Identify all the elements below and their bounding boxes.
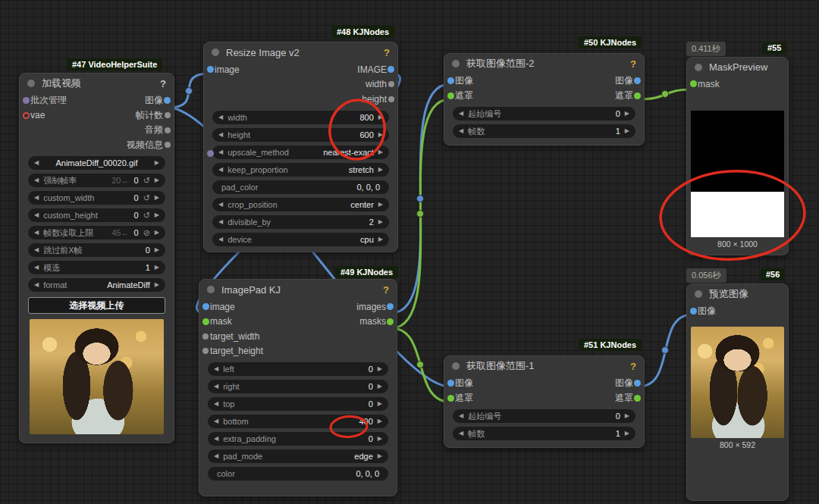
help-icon[interactable]: ? (383, 284, 389, 296)
output-slot-mask[interactable] (634, 92, 641, 99)
widget-extra-padding[interactable]: ◀ extra_padding 0 ▶ (208, 432, 388, 446)
node-graph-canvas[interactable]: #47 VideoHelperSuite #48 KJNodes #49 KJN… (0, 0, 819, 504)
node-title-bar[interactable]: ImagePad KJ ? (199, 280, 397, 299)
widget-start-index[interactable]: ◀ 起始编号 0 ▶ (453, 409, 635, 423)
decrement-arrow-icon[interactable]: ◀ (34, 247, 39, 253)
widget-pad-color[interactable]: pad_color 0, 0, 0 (212, 180, 389, 194)
output-slot-audio[interactable] (165, 127, 171, 133)
node-get-image-range-2[interactable]: 获取图像范围-2 ? 图像 图像 遮罩 遮罩 ◀ 起始编号 0 ▶ ◀ 帧数 1… (444, 53, 645, 146)
help-icon[interactable]: ? (160, 78, 166, 89)
increment-arrow-icon[interactable]: ▶ (378, 453, 382, 459)
upload-video-button[interactable]: 选择视频上传 (28, 297, 165, 314)
widget-pad-mode[interactable]: ◀ pad_mode edge ▶ (208, 449, 388, 463)
decrement-arrow-icon[interactable]: ◀ (214, 401, 218, 407)
decrement-arrow-icon[interactable]: ◀ (34, 160, 39, 166)
widget-color[interactable]: color 0, 0, 0 (208, 467, 388, 481)
decrement-arrow-icon[interactable]: ◀ (218, 149, 223, 155)
node-title-bar[interactable]: 获取图像范围-1 ? (444, 356, 644, 376)
widget-custom-width[interactable]: ◀ custom_width 0 ↺ ▶ (28, 191, 165, 205)
decrement-arrow-icon[interactable]: ◀ (214, 453, 218, 459)
decrement-arrow-icon[interactable]: ◀ (34, 177, 39, 183)
collapse-dot-icon[interactable] (212, 49, 219, 56)
input-slot-mask[interactable] (447, 92, 454, 99)
output-slot-height[interactable] (388, 96, 394, 102)
widget-divisible-by[interactable]: ◀ divisible_by 2 ▶ (212, 215, 389, 229)
decrement-arrow-icon[interactable]: ◀ (218, 114, 223, 121)
output-slot-image[interactable] (634, 77, 641, 84)
increment-arrow-icon[interactable]: ▶ (378, 418, 382, 424)
node-title-bar[interactable]: 预览图像 (687, 284, 788, 304)
widget-crop-position[interactable]: ◀ crop_position center ▶ (212, 198, 389, 211)
increment-arrow-icon[interactable]: ▶ (378, 366, 382, 372)
node-title-bar[interactable]: MaskPreview (687, 58, 788, 77)
widget-skip-first-frames[interactable]: ◀ 跳过前X帧 0 ▶ (28, 243, 165, 257)
collapse-dot-icon[interactable] (27, 80, 35, 87)
link-midpoint-dot[interactable] (417, 196, 424, 202)
widget-device[interactable]: ◀ device cpu ▶ (212, 233, 389, 246)
widget-frame-count[interactable]: ◀ 帧数 1 ▶ (453, 124, 635, 138)
output-slot-frame-count[interactable] (165, 112, 171, 118)
decrement-arrow-icon[interactable]: ◀ (214, 383, 218, 390)
node-get-image-range-1[interactable]: 获取图像范围-1 ? 图像 图像 遮罩 遮罩 ◀ 起始编号 0 ▶ ◀ 帧数 1… (444, 355, 645, 448)
widget-bottom[interactable]: ◀ bottom 400 ▶ (208, 415, 388, 428)
decrement-arrow-icon[interactable]: ◀ (214, 418, 218, 424)
increment-arrow-icon[interactable]: ▶ (155, 282, 159, 288)
reset-icon[interactable]: ↺ (143, 176, 150, 186)
increment-arrow-icon[interactable]: ▶ (378, 236, 383, 243)
increment-arrow-icon[interactable]: ▶ (378, 202, 383, 208)
increment-arrow-icon[interactable]: ▶ (155, 265, 159, 271)
input-slot-target-width[interactable] (202, 333, 209, 340)
reset-icon[interactable]: ↺ (143, 211, 150, 221)
decrement-arrow-icon[interactable]: ◀ (34, 212, 39, 218)
link-midpoint-dot[interactable] (186, 88, 193, 95)
help-icon[interactable]: ? (630, 361, 636, 372)
collapse-dot-icon[interactable] (695, 64, 702, 71)
node-title-bar[interactable]: Resize Image v2 ? (204, 42, 397, 62)
collapse-dot-icon[interactable] (207, 286, 215, 293)
collapse-dot-icon[interactable] (695, 290, 702, 298)
decrement-arrow-icon[interactable]: ◀ (214, 366, 218, 372)
decrement-arrow-icon[interactable]: ◀ (218, 219, 223, 225)
help-icon[interactable]: ? (384, 47, 390, 58)
decrement-arrow-icon[interactable]: ◀ (459, 430, 463, 437)
output-slot-width[interactable] (388, 81, 394, 87)
output-slot-images[interactable] (387, 303, 394, 310)
increment-arrow-icon[interactable]: ▶ (378, 149, 383, 155)
decrement-arrow-icon[interactable]: ◀ (459, 111, 463, 117)
increment-arrow-icon[interactable]: ▶ (625, 128, 629, 134)
input-slot-image[interactable] (202, 303, 209, 310)
widget-left[interactable]: ◀ left 0 ▶ (208, 362, 388, 376)
node-preview-image[interactable]: 预览图像 图像 800 × 592 (686, 283, 789, 501)
increment-arrow-icon[interactable]: ▶ (155, 177, 159, 183)
widget-upscale-method[interactable]: ◀ upscale_method nearest-exact ▶ (212, 146, 389, 159)
widget-height[interactable]: ◀ height 600 ▶ (212, 128, 389, 142)
output-slot-mask[interactable] (634, 395, 641, 402)
increment-arrow-icon[interactable]: ▶ (155, 195, 159, 201)
widget-frame-count[interactable]: ◀ 帧数 1 ▶ (453, 427, 635, 440)
output-slot-image[interactable] (634, 380, 641, 387)
increment-arrow-icon[interactable]: ▶ (378, 167, 383, 173)
widget-right[interactable]: ◀ right 0 ▶ (208, 380, 388, 393)
input-slot-target-height[interactable] (202, 348, 209, 354)
decrement-arrow-icon[interactable]: ◀ (34, 230, 39, 236)
increment-arrow-icon[interactable]: ▶ (155, 230, 159, 236)
decrement-arrow-icon[interactable]: ◀ (218, 236, 223, 243)
link-midpoint-dot[interactable] (662, 91, 669, 98)
output-slot-video-info[interactable] (165, 142, 171, 148)
decrement-arrow-icon[interactable]: ◀ (34, 282, 39, 288)
input-slot-batch[interactable] (23, 97, 30, 104)
input-slot-image[interactable] (447, 77, 454, 84)
widget-video-file[interactable]: ◀ AnimateDiff_00020.gif ▶ (28, 156, 165, 170)
increment-arrow-icon[interactable]: ▶ (625, 111, 629, 117)
widget-format[interactable]: ◀ format AnimateDiff ▶ (28, 278, 165, 292)
input-slot-image[interactable] (690, 308, 697, 315)
increment-arrow-icon[interactable]: ▶ (378, 219, 383, 225)
increment-arrow-icon[interactable]: ▶ (378, 114, 383, 121)
input-slot-mask[interactable] (202, 318, 209, 325)
link-midpoint-dot[interactable] (662, 347, 669, 354)
link-midpoint-dot[interactable] (417, 362, 424, 368)
decrement-arrow-icon[interactable]: ◀ (218, 167, 223, 173)
decrement-arrow-icon[interactable]: ◀ (218, 202, 223, 208)
node-title-bar[interactable]: 获取图像范围-2 ? (444, 54, 644, 74)
increment-arrow-icon[interactable]: ▶ (155, 160, 159, 166)
